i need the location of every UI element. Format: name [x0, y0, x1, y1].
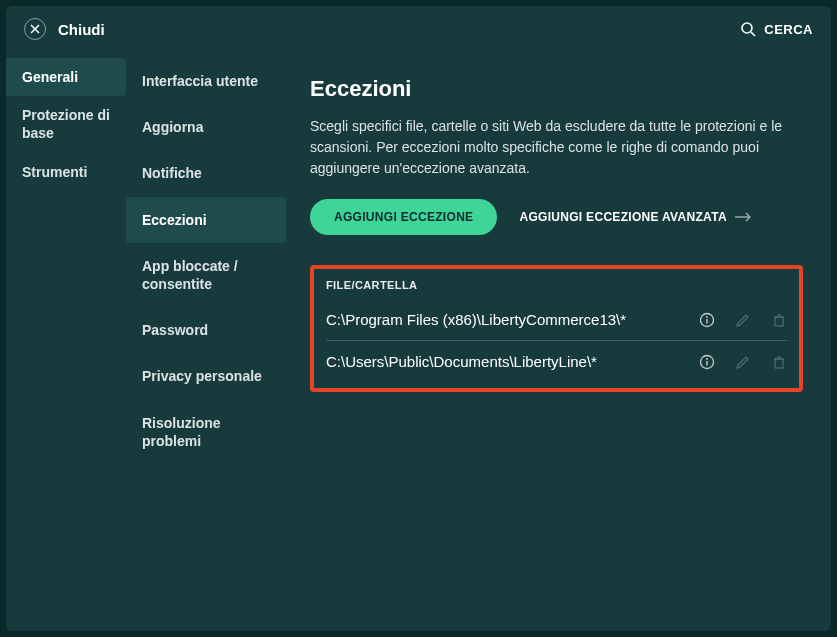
row-actions: [699, 354, 787, 370]
search-label: CERCA: [764, 22, 813, 37]
sidebar-item-app-bloccate[interactable]: App bloccate / consentite: [126, 243, 286, 307]
exception-path: C:\Users\Public\Documents\LibertyLine\*: [326, 353, 699, 370]
sidebar-item-interfaccia[interactable]: Interfaccia utente: [126, 58, 286, 104]
sidebar-primary-item-generali[interactable]: Generali: [6, 58, 126, 96]
table-row: C:\Users\Public\Documents\LibertyLine\*: [326, 341, 787, 382]
pencil-icon: [735, 312, 751, 328]
exception-path: C:\Program Files (x86)\LibertyCommerce13…: [326, 311, 699, 328]
svg-line-1: [751, 32, 755, 36]
info-button[interactable]: [699, 354, 715, 370]
sidebar-item-label: Notifiche: [142, 165, 202, 181]
info-icon: [699, 354, 715, 370]
actions-row: AGGIUNGI ECCEZIONE AGGIUNGI ECCEZIONE AV…: [310, 199, 803, 235]
arrow-right-icon: [735, 212, 753, 222]
content-pane: Eccezioni Scegli specifici file, cartell…: [286, 52, 831, 631]
titlebar: Chiudi CERCA: [6, 6, 831, 52]
sidebar-item-privacy[interactable]: Privacy personale: [126, 353, 286, 399]
sidebar-item-label: Eccezioni: [142, 212, 207, 228]
close-label: Chiudi: [58, 21, 105, 38]
close-icon: [30, 24, 40, 34]
page-description: Scegli specifici file, cartelle o siti W…: [310, 116, 803, 179]
trash-icon: [771, 312, 787, 328]
sidebar-item-label: Protezione di base: [22, 107, 110, 141]
delete-button[interactable]: [771, 354, 787, 370]
sidebar-item-label: Generali: [22, 69, 78, 85]
svg-point-0: [742, 23, 752, 33]
pencil-icon: [735, 354, 751, 370]
sidebar-item-label: App bloccate / consentite: [142, 258, 238, 292]
sidebar-item-label: Interfaccia utente: [142, 73, 258, 89]
settings-window: Chiudi CERCA Generali Protezione di base…: [6, 6, 831, 631]
sidebar-item-label: Password: [142, 322, 208, 338]
svg-point-4: [706, 316, 708, 318]
titlebar-left: Chiudi: [24, 18, 105, 40]
sidebar-secondary: Interfaccia utente Aggiorna Notifiche Ec…: [126, 52, 286, 631]
sidebar-item-aggiorna[interactable]: Aggiorna: [126, 104, 286, 150]
exceptions-list-highlight: FILE/CARTELLA C:\Program Files (x86)\Lib…: [310, 265, 803, 392]
info-button[interactable]: [699, 312, 715, 328]
svg-rect-6: [775, 317, 783, 326]
svg-rect-12: [775, 359, 783, 368]
list-header: FILE/CARTELLA: [326, 279, 787, 291]
add-exception-button[interactable]: AGGIUNGI ECCEZIONE: [310, 199, 497, 235]
page-title: Eccezioni: [310, 76, 803, 102]
sidebar-item-risoluzione[interactable]: Risoluzione problemi: [126, 400, 286, 464]
sidebar-item-eccezioni[interactable]: Eccezioni: [126, 197, 286, 243]
sidebar-item-password[interactable]: Password: [126, 307, 286, 353]
row-actions: [699, 312, 787, 328]
add-advanced-exception-button[interactable]: AGGIUNGI ECCEZIONE AVANZATA: [519, 210, 752, 224]
svg-point-10: [706, 358, 708, 360]
sidebar-item-label: Privacy personale: [142, 368, 262, 384]
edit-button[interactable]: [735, 354, 751, 370]
sidebar-item-label: Strumenti: [22, 164, 87, 180]
table-row: C:\Program Files (x86)\LibertyCommerce13…: [326, 299, 787, 341]
edit-button[interactable]: [735, 312, 751, 328]
body: Generali Protezione di base Strumenti In…: [6, 52, 831, 631]
trash-icon: [771, 354, 787, 370]
search-icon: [740, 21, 756, 37]
sidebar-item-notifiche[interactable]: Notifiche: [126, 150, 286, 196]
sidebar-primary-item-strumenti[interactable]: Strumenti: [6, 153, 126, 191]
sidebar-primary-item-protezione[interactable]: Protezione di base: [6, 96, 126, 152]
add-advanced-label: AGGIUNGI ECCEZIONE AVANZATA: [519, 210, 726, 224]
sidebar-primary: Generali Protezione di base Strumenti: [6, 52, 126, 631]
search-button[interactable]: CERCA: [740, 21, 813, 37]
sidebar-item-label: Risoluzione problemi: [142, 415, 221, 449]
close-button[interactable]: [24, 18, 46, 40]
info-icon: [699, 312, 715, 328]
sidebar-item-label: Aggiorna: [142, 119, 203, 135]
delete-button[interactable]: [771, 312, 787, 328]
